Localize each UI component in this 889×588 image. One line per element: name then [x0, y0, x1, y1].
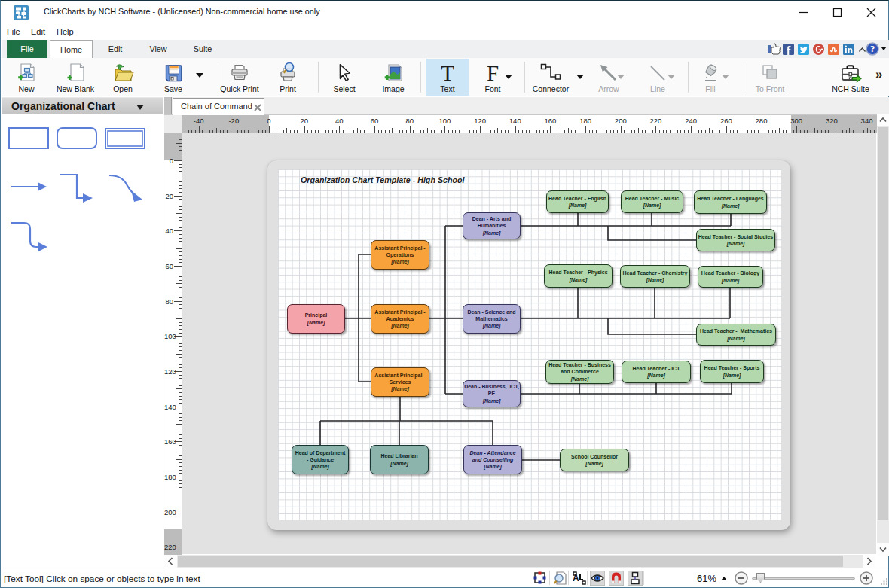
svg-text:T: T: [441, 62, 454, 84]
svg-text:?: ?: [870, 44, 875, 54]
svg-text:F: F: [487, 62, 499, 84]
